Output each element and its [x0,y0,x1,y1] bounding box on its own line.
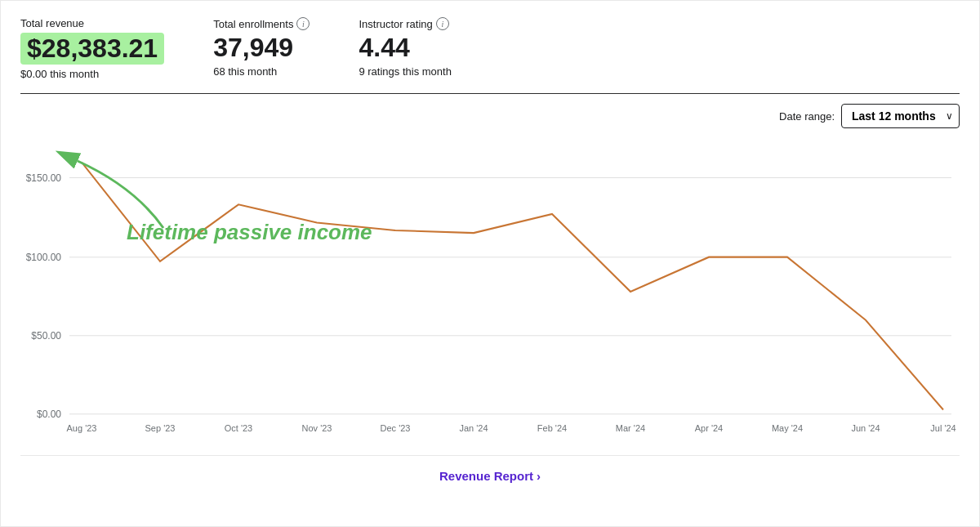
instructor-rating-value: 4.44 [359,33,451,62]
dashboard-container: Total revenue $28,383.21 $0.00 this mont… [0,0,980,527]
date-range-row: Date range: Last 12 months Last 7 days L… [20,94,960,135]
svg-text:May '24: May '24 [772,423,803,433]
chart-line [82,163,943,410]
svg-text:Oct '23: Oct '23 [225,423,252,433]
svg-text:Jan '24: Jan '24 [459,423,488,433]
svg-text:Feb '24: Feb '24 [537,423,567,433]
date-range-wrapper: Last 12 months Last 7 days Last 30 days … [841,104,960,128]
svg-text:Dec '23: Dec '23 [381,423,411,433]
svg-text:Jun '24: Jun '24 [851,423,880,433]
instructor-rating-label: Instructor rating i [359,17,451,30]
enrollments-info-icon[interactable]: i [296,17,310,30]
revenue-report-label: Revenue Report [439,469,533,483]
svg-text:Aug '23: Aug '23 [67,423,97,433]
svg-text:Sep '23: Sep '23 [145,423,176,433]
total-enrollments-value: 37,949 [213,33,310,62]
svg-text:$0.00: $0.00 [37,409,61,420]
date-range-label: Date range: [779,110,835,123]
svg-text:$150.00: $150.00 [26,172,61,184]
svg-text:Mar '24: Mar '24 [616,423,645,433]
svg-text:Apr '24: Apr '24 [695,423,723,433]
total-revenue-label: Total revenue [20,17,164,29]
stats-row: Total revenue $28,383.21 $0.00 this mont… [20,17,960,94]
total-revenue-value: $28,383.21 [20,33,164,65]
total-enrollments-block: Total enrollments i 37,949 68 this month [213,17,310,78]
svg-text:Nov '23: Nov '23 [302,423,332,433]
total-revenue-block: Total revenue $28,383.21 $0.00 this mont… [20,17,164,80]
revenue-report-chevron: › [537,469,541,483]
total-enrollments-sub: 68 this month [213,65,310,78]
chart-area: $0.00 $50.00 $100.00 $150.00 Aug '23 Sep… [20,138,960,449]
revenue-report-section: Revenue Report › [20,455,960,493]
svg-text:Jul '24: Jul '24 [930,423,956,433]
instructor-rating-sub: 9 ratings this month [359,65,451,78]
total-revenue-sub: $0.00 this month [20,68,164,80]
revenue-chart: $0.00 $50.00 $100.00 $150.00 Aug '23 Sep… [20,138,960,449]
svg-text:$100.00: $100.00 [26,252,61,263]
date-range-select[interactable]: Last 12 months Last 7 days Last 30 days … [841,104,960,128]
rating-info-icon[interactable]: i [436,17,449,30]
svg-text:$50.00: $50.00 [31,330,61,342]
instructor-rating-block: Instructor rating i 4.44 9 ratings this … [359,17,451,78]
total-enrollments-label: Total enrollments i [213,17,310,30]
revenue-report-link[interactable]: Revenue Report › [439,469,541,483]
